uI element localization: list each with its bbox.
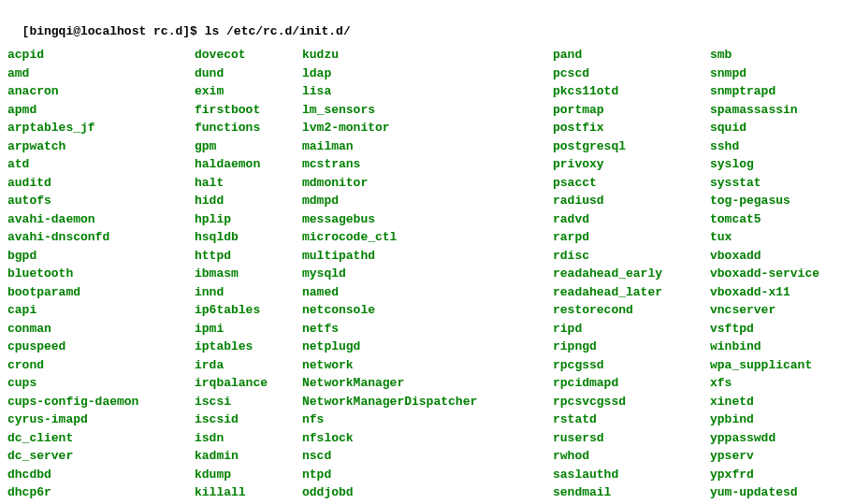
list-item: iscsid (195, 410, 302, 429)
list-item: conman (7, 320, 195, 338)
list-item: radvd (553, 210, 710, 229)
list-item: acpid (7, 46, 195, 65)
list-item: readahead_later (553, 283, 710, 302)
list-item: irda (195, 356, 302, 375)
list-item: dhcdbd (7, 466, 195, 484)
list-item: tog-pegasus (710, 192, 819, 210)
list-item: restorecond (553, 301, 710, 320)
list-item: cups-config-daemon (7, 393, 195, 411)
list-item: pcscd (553, 65, 710, 83)
list-item: iptables (195, 338, 302, 356)
list-item: functions (195, 119, 302, 137)
listing-column-3: kudzuldaplisalm_sensorslvm2-monitormailm… (302, 46, 553, 504)
list-item: kudzu (302, 46, 553, 65)
list-item: sendmail (553, 483, 710, 502)
list-item: dc_client (7, 429, 195, 448)
list-item: rpcgssd (553, 356, 710, 375)
list-item: isdn (195, 429, 302, 448)
list-item: rusersd (553, 429, 710, 448)
list-item: hsqldb (195, 228, 302, 247)
list-item: auditd (7, 174, 195, 193)
listing-column-1: acpidamdanacronapmdarptables_jfarpwatcha… (7, 46, 195, 504)
list-item: yum-updatesd (710, 483, 819, 502)
list-item: bluetooth (7, 265, 195, 283)
list-item: rarpd (553, 228, 710, 247)
list-item: psacct (553, 174, 710, 193)
list-item: mdmpd (302, 192, 553, 210)
list-item: tux (710, 228, 819, 247)
list-item: anacron (7, 82, 195, 101)
list-item: netplugd (302, 338, 553, 356)
list-item: httpd (195, 247, 302, 266)
listing-column-5: smbsnmpdsnmptrapdspamassassinsquidsshdsy… (710, 46, 819, 504)
list-item: portmap (553, 101, 710, 120)
list-item: hidd (195, 192, 302, 210)
list-item: exim (195, 82, 302, 101)
list-item: mailman (302, 137, 553, 156)
list-item: messagebus (302, 210, 553, 229)
list-item: oddjobd (302, 483, 553, 502)
list-item: sysstat (710, 174, 819, 193)
list-item: lm_sensors (302, 101, 553, 120)
list-item: sshd (710, 137, 819, 156)
list-item: lvm2-monitor (302, 119, 553, 137)
list-item: mysqld (302, 265, 553, 283)
list-item: avahi-dnsconfd (7, 228, 195, 247)
list-item: cups (7, 374, 195, 393)
list-item: multipathd (302, 247, 553, 266)
list-item: radiusd (553, 192, 710, 210)
list-item: avahi-daemon (7, 210, 195, 229)
list-item: haldaemon (195, 155, 302, 174)
list-item: postfix (553, 119, 710, 137)
list-item: amd (7, 65, 195, 83)
list-item: xfs (710, 374, 819, 393)
list-item: readahead_early (553, 265, 710, 283)
list-item: wpa_supplicant (710, 356, 819, 375)
listing-column-4: pandpcscdpkcs11otdportmappostfixpostgres… (553, 46, 710, 504)
list-item: network (302, 356, 553, 375)
list-item: rpcsvcgssd (553, 393, 710, 411)
list-item: yppasswdd (710, 429, 819, 448)
list-item: mdmonitor (302, 174, 553, 193)
list-item: snmptrapd (710, 82, 819, 101)
list-item: snmpd (710, 65, 819, 83)
list-item: apmd (7, 101, 195, 120)
list-item: netfs (302, 320, 553, 338)
list-item: vboxadd-service (710, 265, 819, 283)
list-item: privoxy (553, 155, 710, 174)
list-item: vncserver (710, 301, 819, 320)
list-item: dc_server (7, 447, 195, 466)
list-item: atd (7, 155, 195, 174)
list-item: spamassassin (710, 101, 819, 120)
list-item: arptables_jf (7, 119, 195, 137)
list-item: kadmin (195, 447, 302, 466)
list-item: nfs (302, 410, 553, 429)
list-item: ip6tables (195, 301, 302, 320)
list-item: arpwatch (7, 137, 195, 156)
list-item: syslog (710, 155, 819, 174)
list-item: tomcat5 (710, 210, 819, 229)
list-item: rstatd (553, 410, 710, 429)
list-item: ibmasm (195, 265, 302, 283)
directory-listing: acpidamdanacronapmdarptables_jfarpwatcha… (7, 46, 848, 504)
list-item: ypxfrd (710, 466, 819, 484)
list-item: vboxadd-x11 (710, 283, 819, 302)
list-item: ldap (302, 65, 553, 83)
list-item: nscd (302, 447, 553, 466)
list-item: dhcp6r (7, 483, 195, 502)
list-item: hplip (195, 210, 302, 229)
list-item: named (302, 283, 553, 302)
list-item: iscsi (195, 393, 302, 411)
list-item: autofs (7, 192, 195, 210)
list-item: vboxadd (710, 247, 819, 266)
list-item: capi (7, 301, 195, 320)
list-item: netconsole (302, 301, 553, 320)
list-item: cpuspeed (7, 338, 195, 356)
list-item: kdump (195, 466, 302, 484)
prompt-line: [bingqi@localhost rc.d]$ ls /etc/rc.d/in… (7, 4, 848, 40)
list-item: pand (553, 46, 710, 65)
list-item: smb (710, 46, 819, 65)
list-item: vsftpd (710, 320, 819, 338)
list-item: ypserv (710, 447, 819, 466)
list-item: microcode_ctl (302, 228, 553, 247)
